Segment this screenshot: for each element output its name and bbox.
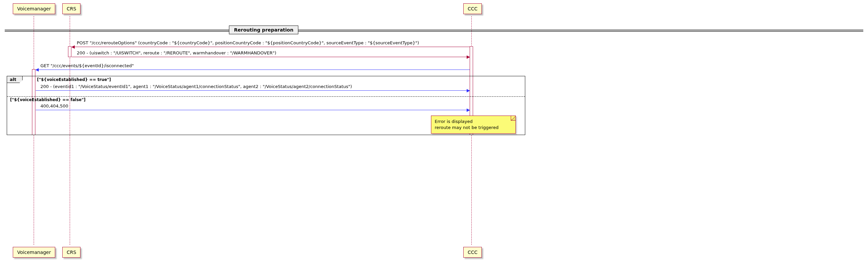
- participant-label: CCC: [468, 6, 477, 11]
- note-fold-icon: [511, 116, 516, 121]
- divider-label: Rerouting preparation: [229, 26, 298, 34]
- alt-frame-tag: alt: [7, 76, 23, 83]
- participant-label: Voicemanager: [17, 250, 51, 255]
- participant-crs-top: CRS: [62, 3, 81, 14]
- participant-voicemanager-top: Voicemanager: [13, 3, 55, 14]
- participant-voicemanager-bottom: Voicemanager: [13, 247, 55, 258]
- note-error: Error is displayed reroute may not be tr…: [431, 116, 516, 134]
- activation-crs: [68, 46, 71, 57]
- participant-label: CRS: [67, 6, 76, 11]
- participant-ccc-top: CCC: [463, 3, 482, 14]
- guard-voice-true: ["${voiceEstablished} == true"]: [37, 77, 111, 82]
- message-get-isconnected: GET "/ccc/events/${eventId}/isconnected": [40, 63, 134, 68]
- arrow-200-voicestatus: [36, 90, 470, 91]
- participant-crs-bottom: CRS: [62, 247, 81, 258]
- arrow-200-uiswitch: [72, 57, 470, 57]
- participant-label: CCC: [468, 250, 477, 255]
- participant-label: Voicemanager: [17, 6, 51, 11]
- note-line1: Error is displayed: [435, 119, 509, 125]
- participant-ccc-bottom: CCC: [463, 247, 482, 258]
- arrow-post-rerouteoptions: [72, 47, 470, 47]
- arrow-error-codes: [36, 110, 470, 110]
- message-200-voicestatus: 200 - (eventid1 : "/VoiceStatus/eventId1…: [40, 84, 352, 89]
- message-200-uiswitch: 200 - (uiswitch : "/UISWITCH", reroute :…: [77, 50, 276, 55]
- guard-voice-false: ["${voiceEstablished} == false"]: [10, 98, 86, 102]
- message-post-rerouteoptions: POST "/ccc/rerouteOptions" (countryCode …: [77, 40, 419, 45]
- participant-label: CRS: [67, 250, 76, 255]
- divider-bar: [5, 30, 863, 32]
- message-error-codes: 400,404,500: [40, 104, 68, 109]
- arrow-get-isconnected: [36, 70, 470, 70]
- alt-frame-separator: [7, 97, 525, 97]
- note-line2: reroute may not be triggered: [435, 125, 509, 130]
